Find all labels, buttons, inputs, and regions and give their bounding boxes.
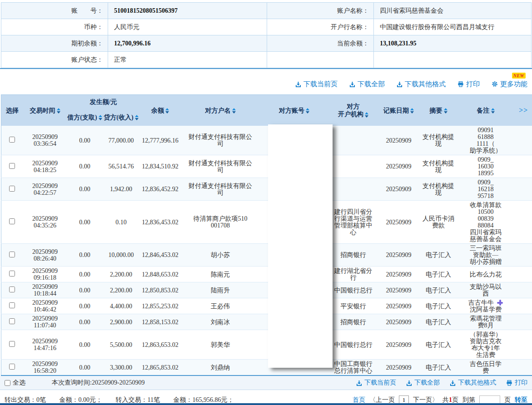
cell-post-date: 20250909	[378, 267, 419, 282]
cell-more	[514, 360, 532, 376]
select-all[interactable]: 全选	[5, 379, 25, 387]
col-header-more[interactable]: >>	[514, 95, 532, 126]
col-header-balance[interactable]: 余额	[140, 95, 181, 126]
cell-more	[514, 282, 532, 298]
cell-post-date: 20250909	[378, 282, 419, 298]
opening-balance-label: 期初余额：	[1, 35, 108, 52]
col-header-bank[interactable]: 对方 开户机构	[328, 95, 378, 126]
bottom-strip	[0, 403, 532, 405]
cell-select	[1, 314, 23, 330]
current-balance-label: 当前余额：	[267, 35, 374, 52]
row-checkbox[interactable]	[9, 341, 15, 347]
cell-transaction-time: 20250909 14:47:16	[23, 330, 67, 360]
cell-summary: 支付机构提 现	[419, 178, 458, 201]
col-header-credit[interactable]: 贷方(收入)	[103, 109, 140, 126]
sort-icon[interactable]	[410, 108, 414, 114]
row-checkbox[interactable]	[9, 286, 15, 292]
sort-icon[interactable]	[232, 108, 236, 114]
row-checkbox[interactable]	[9, 364, 15, 370]
cell-debit: 0.00	[67, 267, 103, 282]
cell-post-date: 20250909	[378, 201, 419, 244]
cell-balance: 12,846,453.02	[140, 244, 181, 267]
cell-counterparty-bank: 中国银行总行	[328, 330, 378, 360]
cell-select	[1, 330, 23, 360]
new-badge: NEW	[512, 73, 526, 79]
cell-counterparty-name: 财付通支付科技有限公 司	[181, 178, 260, 201]
download-current-page-link[interactable]: 下载当前页	[356, 379, 396, 387]
sort-icon[interactable]	[491, 108, 495, 114]
col-header-account[interactable]: 对方账号	[260, 95, 328, 126]
cell-remark: 三一索玛班 资助款— 胡小苏捐赠	[458, 244, 514, 267]
download-current-page-link[interactable]: 下载当前页	[295, 80, 338, 89]
col-header-post-date[interactable]: 记账日期	[378, 95, 419, 126]
more-functions-link[interactable]: NEW 更多功能	[492, 80, 527, 89]
cell-remark: 0909_ 16030 18995	[458, 155, 514, 178]
cell-transaction-time: 20250909 11:07:40	[23, 314, 67, 330]
col-header-remark[interactable]: 备注	[458, 95, 514, 126]
print-link[interactable]: 打印	[506, 379, 527, 387]
cell-debit: 0.00	[67, 314, 103, 330]
col-header-amount-group: 发生额/元	[67, 95, 140, 109]
cell-balance: 12,855,253.02	[140, 298, 181, 314]
cell-credit: 2,200.00	[103, 282, 140, 298]
download-icon	[397, 81, 403, 87]
cell-post-date: 20250909	[378, 244, 419, 267]
row-checkbox[interactable]	[9, 163, 15, 169]
cell-counterparty-name: 财付通支付科技有限公 司	[181, 126, 260, 155]
cell-transaction-time: 20250909 04:18:25	[23, 155, 67, 178]
col-header-summary[interactable]: 摘要	[419, 95, 458, 126]
cell-summary: 电子汇入	[419, 298, 458, 314]
sort-icon[interactable]	[57, 108, 60, 114]
cell-debit: 0.00	[67, 201, 103, 244]
bank-name-label: 开户行名称：	[267, 19, 374, 35]
cell-remark: 索瑪花管理 费8月	[458, 314, 514, 330]
sort-icon[interactable]	[444, 108, 447, 114]
cell-credit: 77,000.00	[103, 126, 140, 155]
table-row: 20250909 04:22:570.001,942.0012,836,452.…	[1, 178, 532, 201]
col-header-counterparty[interactable]: 对方户名	[181, 95, 260, 126]
account-number-label: 账 号：	[1, 3, 108, 19]
toolbar: 下载当前页 下载全部 下载其他格式 打印 NEW 更多功能	[0, 75, 527, 93]
row-checkbox[interactable]	[9, 302, 15, 308]
row-checkbox[interactable]	[9, 271, 15, 277]
download-all-link[interactable]: 下载全部	[406, 379, 440, 387]
cell-remark: 0909_ 16218 95718	[458, 178, 514, 201]
cell-transaction-time: 20250909 03:36:54	[23, 126, 67, 155]
download-other-format-link[interactable]: 下载其他格式	[397, 80, 446, 89]
row-checkbox[interactable]	[9, 186, 15, 192]
account-info-table: 账 号： 51001815208051506397 账户名称： 四川省索玛慈善基…	[1, 2, 532, 68]
sort-icon[interactable]	[365, 112, 368, 118]
table-row: 20250909 10:18:440.002,200.0012,850,853.…	[1, 282, 532, 298]
cell-debit: 0.00	[67, 330, 103, 360]
download-other-format-link[interactable]: 下载其他格式	[450, 379, 496, 387]
gear-icon	[492, 81, 498, 87]
transactions-body: 20250909 03:36:540.0077,000.0012,777,996…	[1, 126, 532, 375]
cell-balance: 12,848,653.02	[140, 267, 181, 282]
cell-credit: 5,500.00	[103, 330, 140, 360]
sort-icon[interactable]	[306, 108, 309, 114]
sort-icon[interactable]	[135, 115, 139, 120]
print-link[interactable]: 打印	[457, 80, 480, 89]
col-header-debit[interactable]: 借方(支取)	[67, 109, 103, 126]
cell-remark: 吉古牛牛 沈阿基学费	[458, 298, 514, 314]
row-checkbox[interactable]	[9, 252, 15, 257]
cell-counterparty-name: 刘鼎纳	[181, 360, 260, 376]
sort-icon[interactable]	[165, 108, 169, 114]
cell-transaction-time: 20250909 08:26:40	[23, 244, 67, 267]
cell-counterparty-bank: 招商银行	[328, 314, 378, 330]
footer-action-bar: 全选 本次查询时间:20250909-20250909 下载当前页 下载全部 下…	[0, 376, 532, 390]
cell-summary: 电子汇入	[419, 330, 458, 360]
cell-counterparty-bank	[328, 155, 378, 178]
row-checkbox[interactable]	[9, 318, 15, 324]
download-all-link[interactable]: 下载全部	[349, 80, 385, 89]
row-checkbox[interactable]	[9, 137, 15, 143]
page: 账 号： 51001815208051506397 账户名称： 四川省索玛慈善基…	[0, 0, 532, 405]
select-all-checkbox[interactable]	[5, 380, 10, 386]
download-icon	[349, 81, 355, 87]
account-status-label: 账户状态：	[1, 52, 108, 68]
sort-icon[interactable]	[99, 115, 102, 120]
cell-remark: 支助沙马以 西	[458, 282, 514, 298]
cell-debit: 0.00	[67, 298, 103, 314]
col-header-time[interactable]: 交易时间	[23, 95, 67, 126]
row-checkbox[interactable]	[9, 218, 15, 224]
